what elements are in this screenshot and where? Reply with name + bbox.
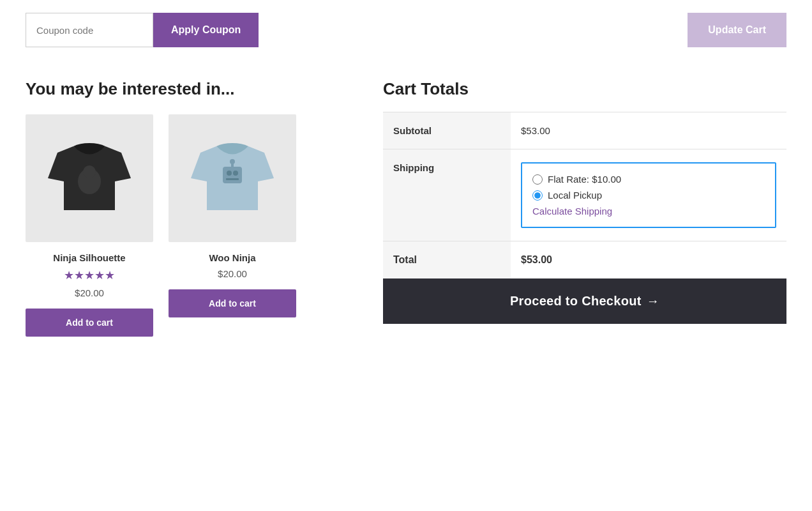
coupon-form: Apply Coupon <box>26 13 259 47</box>
update-cart-button[interactable]: Update Cart <box>688 13 786 47</box>
product-image-ninja-silhouette <box>26 114 153 242</box>
shipping-row: Shipping Flat Rate: $10.00 Local Pickup … <box>383 149 786 241</box>
subtotal-row: Subtotal $53.00 <box>383 112 786 149</box>
interested-title: You may be interested in... <box>26 79 345 99</box>
coupon-row: Apply Coupon Update Cart <box>26 13 786 54</box>
total-label: Total <box>383 241 511 279</box>
checkout-button[interactable]: Proceed to Checkout→ <box>383 278 786 324</box>
cart-totals-section: Cart Totals Subtotal $53.00 Shipping Fla… <box>383 79 786 324</box>
product-name-woo-ninja: Woo Ninja <box>209 252 255 263</box>
main-content: You may be interested in... Ni <box>26 79 786 337</box>
svg-rect-5 <box>226 178 239 180</box>
total-row: Total $53.00 <box>383 241 786 279</box>
subtotal-label: Subtotal <box>383 112 511 149</box>
checkout-arrow-icon: → <box>647 294 659 308</box>
shipping-options: Flat Rate: $10.00 Local Pickup Calculate… <box>511 149 786 241</box>
interested-section: You may be interested in... Ni <box>26 79 345 337</box>
svg-point-4 <box>233 171 238 176</box>
flat-rate-radio[interactable] <box>532 174 543 185</box>
products-grid: Ninja Silhouette ★★★★★ $20.00 Add to car… <box>26 114 345 337</box>
coupon-code-input[interactable] <box>26 13 153 47</box>
shipping-label: Shipping <box>383 149 511 241</box>
calculate-shipping-link[interactable]: Calculate Shipping <box>532 206 765 217</box>
product-card-ninja-silhouette: Ninja Silhouette ★★★★★ $20.00 Add to car… <box>26 114 153 337</box>
shipping-box: Flat Rate: $10.00 Local Pickup Calculate… <box>521 162 776 228</box>
product-card-woo-ninja: Woo Ninja $20.00 Add to cart <box>169 114 296 337</box>
add-to-cart-button-ninja-silhouette[interactable]: Add to cart <box>26 309 153 337</box>
total-value: $53.00 <box>511 241 786 279</box>
subtotal-value: $53.00 <box>511 112 786 149</box>
product-image-woo-ninja <box>169 114 296 242</box>
add-to-cart-button-woo-ninja[interactable]: Add to cart <box>169 289 296 317</box>
svg-rect-2 <box>223 167 242 183</box>
shipping-option-flat-rate: Flat Rate: $10.00 <box>532 174 765 185</box>
cart-totals-title: Cart Totals <box>383 79 786 99</box>
shipping-option-local-pickup: Local Pickup <box>532 190 765 201</box>
svg-point-7 <box>230 159 235 164</box>
apply-coupon-button[interactable]: Apply Coupon <box>153 13 259 47</box>
svg-point-1 <box>83 165 96 178</box>
product-stars-ninja-silhouette: ★★★★★ <box>64 268 115 282</box>
product-price-ninja-silhouette: $20.00 <box>75 287 104 298</box>
checkout-label: Proceed to Checkout <box>510 294 642 308</box>
product-name-ninja-silhouette: Ninja Silhouette <box>53 252 125 263</box>
svg-point-3 <box>227 171 232 176</box>
flat-rate-label: Flat Rate: $10.00 <box>548 174 621 185</box>
cart-totals-table: Subtotal $53.00 Shipping Flat Rate: $10.… <box>383 112 786 278</box>
local-pickup-label: Local Pickup <box>548 190 602 201</box>
local-pickup-radio[interactable] <box>532 190 543 201</box>
product-price-woo-ninja: $20.00 <box>218 268 247 279</box>
